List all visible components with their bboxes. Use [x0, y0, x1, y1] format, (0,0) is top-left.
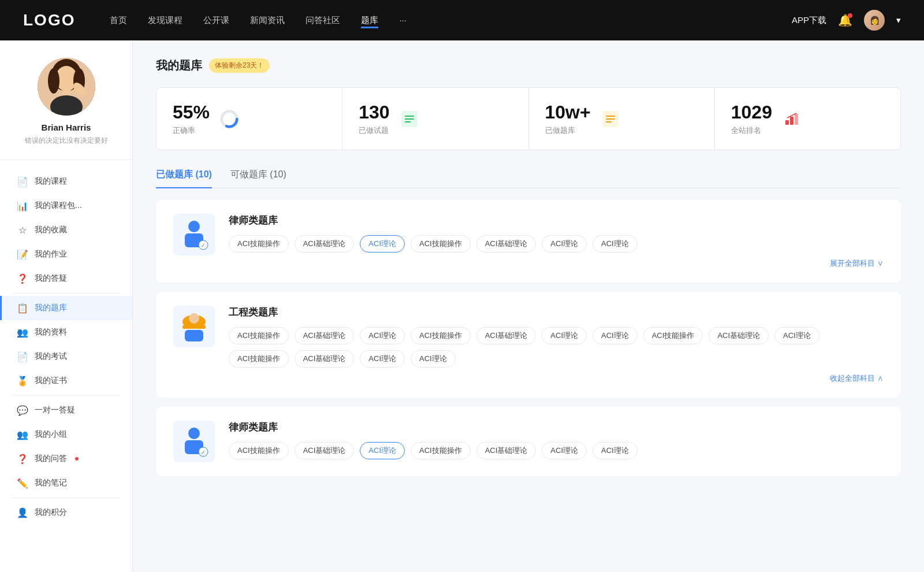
- etag-1[interactable]: ACI基础理论: [295, 327, 355, 344]
- list-green-icon: [399, 109, 420, 129]
- nav-home[interactable]: 首页: [110, 13, 127, 28]
- app-download-button[interactable]: APP下载: [792, 15, 826, 26]
- notes-icon: ✏️: [17, 478, 28, 488]
- avatar-image: [38, 58, 95, 116]
- ltag2-6[interactable]: ACI理论: [593, 442, 638, 459]
- nav-discover[interactable]: 发现课程: [148, 13, 182, 28]
- chevron-down-icon[interactable]: ▾: [896, 15, 901, 25]
- nav-open-course[interactable]: 公开课: [203, 13, 229, 28]
- qa-icon: ❓: [17, 273, 28, 284]
- etag-11[interactable]: ACI基础理论: [295, 350, 355, 367]
- sidebar-item-homework[interactable]: 📝 我的作业: [0, 242, 132, 266]
- stat-label: 已做试题: [359, 125, 389, 136]
- svg-point-27: [189, 313, 199, 324]
- stat-label: 正确率: [173, 125, 210, 136]
- tab-done[interactable]: 已做题库 (10): [156, 164, 212, 188]
- etag-9[interactable]: ACI理论: [774, 327, 819, 344]
- ltag2-2[interactable]: ACI理论: [360, 442, 405, 459]
- sidebar-item-questions[interactable]: ❓ 我的问答: [0, 447, 132, 471]
- bank-body-3: 律师类题库 ACI技能操作 ACI基础理论 ACI理论 ACI技能操作 ACI基…: [229, 421, 884, 459]
- svg-text:✓: ✓: [201, 243, 206, 248]
- sidebar-motto: 错误的决定比没有决定要好: [25, 136, 108, 146]
- nav-bank[interactable]: 题库: [361, 13, 378, 28]
- bar-svg: [783, 110, 801, 128]
- sidebar-item-profile[interactable]: 👥 我的资料: [0, 320, 132, 344]
- lawyer-svg: ✓: [177, 217, 211, 252]
- tab-available[interactable]: 可做题库 (10): [230, 164, 286, 188]
- etag-4[interactable]: ACI基础理论: [476, 327, 536, 344]
- nav-qa[interactable]: 问答社区: [305, 13, 340, 28]
- profile-icon: 👥: [17, 327, 28, 337]
- sidebar-item-favorites[interactable]: ☆ 我的收藏: [0, 218, 132, 242]
- bar-chart-red-icon: [781, 109, 802, 129]
- tag-1[interactable]: ACI基础理论: [295, 235, 355, 252]
- tag-6[interactable]: ACI理论: [593, 235, 638, 252]
- sidebar-item-notes[interactable]: ✏️ 我的笔记: [0, 471, 132, 495]
- sidebar-item-course[interactable]: 📄 我的课程: [0, 169, 132, 194]
- ltag2-3[interactable]: ACI技能操作: [411, 442, 471, 459]
- tag-0[interactable]: ACI技能操作: [229, 235, 289, 252]
- sidebar-item-label: 我的课程包...: [35, 200, 82, 211]
- sidebar-item-bank[interactable]: 📋 我的题库: [0, 296, 132, 320]
- engineer-svg: [177, 309, 211, 344]
- etag-8[interactable]: ACI基础理论: [709, 327, 769, 344]
- sidebar-item-label: 我的资料: [35, 327, 67, 337]
- etag-6[interactable]: ACI理论: [593, 327, 638, 344]
- group-icon: 👥: [17, 429, 28, 440]
- etag-7[interactable]: ACI技能操作: [643, 327, 703, 344]
- ltag2-0[interactable]: ACI技能操作: [229, 442, 289, 459]
- stat-value: 1029: [731, 102, 772, 123]
- bank-title: 律师类题库: [229, 214, 884, 227]
- svg-rect-11: [405, 116, 414, 117]
- sidebar-item-group[interactable]: 👥 我的小组: [0, 422, 132, 447]
- svg-point-21: [188, 221, 200, 232]
- expand-link-2[interactable]: 收起全部科目 ∧: [229, 373, 884, 384]
- stat-left: 10w+ 已做题库: [545, 102, 591, 136]
- sidebar-item-points[interactable]: 👤 我的积分: [0, 500, 132, 525]
- etag-2[interactable]: ACI理论: [360, 327, 405, 344]
- bank-card-lawyer-1: ✓ 律师类题库 ACI技能操作 ACI基础理论 ACI理论 ACI技能操作 AC…: [156, 200, 901, 283]
- etag-10[interactable]: ACI技能操作: [229, 350, 289, 367]
- etag-3[interactable]: ACI技能操作: [411, 327, 471, 344]
- sidebar-item-1on1[interactable]: 💬 一对一答疑: [0, 398, 132, 422]
- page-header: 我的题库 体验剩余23天！: [156, 58, 901, 73]
- tag-3[interactable]: ACI技能操作: [411, 235, 471, 252]
- course-icon: 📄: [17, 176, 28, 187]
- notification-bell-icon[interactable]: 🔔: [838, 13, 852, 27]
- stat-label: 全站排名: [731, 125, 772, 136]
- etag-0[interactable]: ACI技能操作: [229, 327, 289, 344]
- bank-body-1: 律师类题库 ACI技能操作 ACI基础理论 ACI理论 ACI技能操作 ACI基…: [229, 214, 884, 269]
- sidebar-item-label: 我的问答: [35, 454, 67, 464]
- avatar: [38, 58, 95, 116]
- cert-icon: 🏅: [17, 376, 28, 386]
- ltag2-5[interactable]: ACI理论: [542, 442, 587, 459]
- stat-value: 55%: [173, 102, 210, 123]
- sidebar-item-cert[interactable]: 🏅 我的证书: [0, 369, 132, 393]
- avatar[interactable]: 👩: [864, 10, 885, 31]
- tag-4[interactable]: ACI基础理论: [476, 235, 536, 252]
- sidebar-item-qa[interactable]: ❓ 我的答疑: [0, 266, 132, 291]
- ltag2-1[interactable]: ACI基础理论: [295, 442, 355, 459]
- nav-more[interactable]: ···: [399, 13, 407, 28]
- svg-rect-13: [405, 121, 411, 122]
- sidebar-item-label: 我的题库: [35, 303, 67, 313]
- sidebar-item-course-pack[interactable]: 📊 我的课程包...: [0, 194, 132, 218]
- svg-rect-20: [795, 114, 798, 125]
- ltag2-4[interactable]: ACI基础理论: [476, 442, 536, 459]
- notification-dot: [848, 13, 852, 18]
- tag-5[interactable]: ACI理论: [542, 235, 587, 252]
- favorites-icon: ☆: [17, 225, 28, 235]
- homework-icon: 📝: [17, 249, 28, 259]
- sidebar-item-exam[interactable]: 📄 我的考试: [0, 344, 132, 369]
- tag-2[interactable]: ACI理论: [360, 235, 405, 252]
- chat-icon: 💬: [17, 405, 28, 415]
- expand-link-1[interactable]: 展开全部科目 ∨: [229, 258, 884, 269]
- donut-chart-icon: [219, 109, 240, 129]
- nav-news[interactable]: 新闻资讯: [250, 13, 285, 28]
- sidebar-item-label: 一对一答疑: [35, 405, 75, 415]
- sidebar-profile: Brian Harris 错误的决定比没有决定要好: [0, 58, 132, 160]
- etag-13[interactable]: ACI理论: [411, 350, 456, 367]
- etag-12[interactable]: ACI理论: [360, 350, 405, 367]
- svg-rect-16: [606, 118, 615, 120]
- etag-5[interactable]: ACI理论: [542, 327, 587, 344]
